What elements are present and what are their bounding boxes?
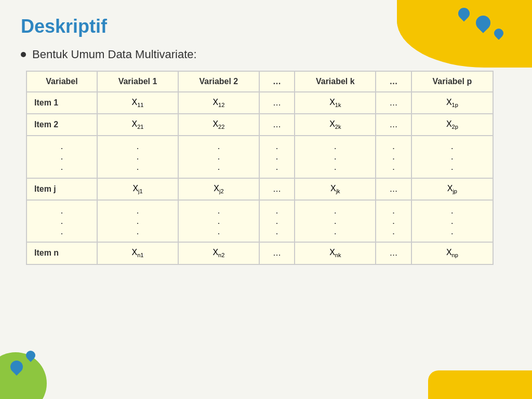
dots-cell-2-6: ...: [411, 200, 493, 242]
cell-ellipsis-1-5: …: [376, 92, 411, 114]
cell-ellipsis-n-3: …: [259, 242, 295, 264]
drop-icon-bl1: [8, 358, 25, 376]
cell-x12: X12: [178, 92, 259, 114]
cell-x2k: X2k: [295, 114, 376, 136]
bottom-left-decoration: [0, 337, 62, 399]
cell-x22: X22: [178, 114, 259, 136]
cell-x11: X11: [97, 92, 178, 114]
dots-label-2: ...: [26, 200, 97, 242]
itemn-label: Item n: [26, 242, 97, 264]
subtitle-text: Bentuk Umum Data Multivariate:: [32, 48, 197, 61]
dots-cell-1-5: ...: [376, 136, 411, 178]
dots-cell-1-6: ...: [411, 136, 493, 178]
col-header-variabel: Variabel: [26, 71, 97, 92]
table-row-itemn: Item n Xn1 Xn2 … Xnk … Xnp: [26, 242, 493, 264]
cell-xn2: Xn2: [178, 242, 259, 264]
cell-ellipsis-2-5: …: [376, 114, 411, 136]
col-header-ellipsis1: …: [259, 71, 295, 92]
yellow-bar: [428, 370, 532, 399]
cell-ellipsis-2-3: …: [259, 114, 295, 136]
cell-x2p: X2p: [411, 114, 493, 136]
data-table-container: Variabel Variabel 1 Variabel 2 … Variabe…: [26, 71, 511, 265]
cell-x21: X21: [97, 114, 178, 136]
dots-cell-1-3: ...: [259, 136, 295, 178]
page-title: Deskriptif: [21, 16, 511, 37]
dots-cell-2-1: ...: [97, 200, 178, 242]
dots-cell-2-3: ...: [259, 200, 295, 242]
table-row-item2: Item 2 X21 X22 … X2k … X2p: [26, 114, 493, 136]
multivariate-table: Variabel Variabel 1 Variabel 2 … Variabe…: [26, 71, 494, 265]
cell-ellipsis-1-3: …: [259, 92, 295, 114]
dots-cell-1-1: ...: [97, 136, 178, 178]
dots-cell-1-4: ...: [295, 136, 376, 178]
cell-xnk: Xnk: [295, 242, 376, 264]
green-circle: [0, 352, 47, 399]
item2-label: Item 2: [26, 114, 97, 136]
bottom-right-decoration: [428, 368, 532, 399]
cell-ellipsis-n-5: …: [376, 242, 411, 264]
itemj-label: Item j: [26, 178, 97, 200]
cell-xj2: Xj2: [178, 178, 259, 200]
col-header-vark: Variabel k: [295, 71, 376, 92]
dots-cell-1-2: ...: [178, 136, 259, 178]
cell-xnp: Xnp: [411, 242, 493, 264]
cell-x1k: X1k: [295, 92, 376, 114]
cell-xjk: Xjk: [295, 178, 376, 200]
dots-label-1: ...: [26, 136, 97, 178]
table-header-row: Variabel Variabel 1 Variabel 2 … Variabe…: [26, 71, 493, 92]
table-row-dots1: ... ... ... ... ... ... ...: [26, 136, 493, 178]
table-row-item1: Item 1 X11 X12 … X1k … X1p: [26, 92, 493, 114]
main-content: Deskriptif Bentuk Umum Data Multivariate…: [0, 0, 532, 275]
table-row-dots2: ... ... ... ... ... ... ...: [26, 200, 493, 242]
col-header-var1: Variabel 1: [97, 71, 178, 92]
cell-xj1: Xj1: [97, 178, 178, 200]
bullet-dot-icon: [21, 52, 26, 57]
dots-cell-2-5: ...: [376, 200, 411, 242]
dots-cell-2-4: ...: [295, 200, 376, 242]
table-row-itemj: Item j Xj1 Xj2 … Xjk … Xjp: [26, 178, 493, 200]
item1-label: Item 1: [26, 92, 97, 114]
col-header-ellipsis2: …: [376, 71, 411, 92]
cell-ellipsis-j-5: …: [376, 178, 411, 200]
cell-x1p: X1p: [411, 92, 493, 114]
cell-xjp: Xjp: [411, 178, 493, 200]
cell-ellipsis-j-3: …: [259, 178, 295, 200]
dots-cell-2-2: ...: [178, 200, 259, 242]
cell-xn1: Xn1: [97, 242, 178, 264]
bullet-item: Bentuk Umum Data Multivariate:: [21, 48, 511, 61]
col-header-varp: Variabel p: [411, 71, 493, 92]
drop-icon-bl2: [24, 349, 37, 362]
col-header-var2: Variabel 2: [178, 71, 259, 92]
